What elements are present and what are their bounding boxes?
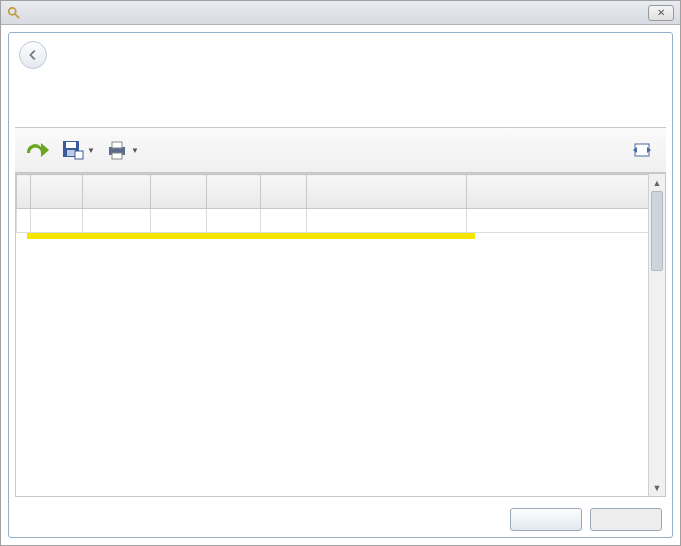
scroll-thumb[interactable] bbox=[651, 191, 663, 271]
svg-rect-3 bbox=[66, 142, 76, 148]
filter-icon bbox=[17, 209, 31, 233]
col-beden[interactable] bbox=[151, 175, 207, 209]
col-birim-cinsi[interactable] bbox=[261, 175, 307, 209]
scroll-down-button[interactable]: ▼ bbox=[649, 479, 665, 496]
fit-columns-button[interactable] bbox=[630, 137, 654, 163]
filter-miktar[interactable] bbox=[207, 209, 261, 233]
filter-birim[interactable] bbox=[261, 209, 307, 233]
toolbar: ▼ ▼ bbox=[15, 127, 666, 173]
scroll-track[interactable] bbox=[649, 191, 665, 479]
svg-rect-9 bbox=[635, 144, 649, 156]
header-row bbox=[17, 175, 656, 209]
svg-rect-5 bbox=[75, 151, 83, 159]
data-grid[interactable]: ▲ ▼ bbox=[15, 173, 666, 497]
svg-point-0 bbox=[9, 7, 16, 14]
filter-renk-aciklamasi[interactable] bbox=[83, 209, 151, 233]
kapat-button bbox=[590, 508, 662, 531]
title-bar: ✕ bbox=[1, 1, 680, 25]
filter-row[interactable] bbox=[17, 209, 656, 233]
filter-beden[interactable] bbox=[151, 209, 207, 233]
chevron-down-icon: ▼ bbox=[131, 146, 139, 155]
svg-line-1 bbox=[15, 13, 19, 17]
save-split-button[interactable]: ▼ bbox=[59, 135, 97, 165]
col-renk-aciklamasi[interactable] bbox=[83, 175, 151, 209]
scroll-up-button[interactable]: ▲ bbox=[649, 174, 665, 191]
app-icon bbox=[7, 6, 21, 20]
filter-renk-kodu[interactable] bbox=[31, 209, 83, 233]
col-renk-kodu[interactable] bbox=[31, 175, 83, 209]
svg-rect-7 bbox=[112, 142, 122, 148]
footer-buttons bbox=[510, 508, 662, 531]
col-barkod[interactable] bbox=[307, 175, 467, 209]
chevron-down-icon: ▼ bbox=[87, 146, 95, 155]
print-split-button[interactable]: ▼ bbox=[103, 135, 141, 165]
col-miktar[interactable] bbox=[207, 175, 261, 209]
highlight-box bbox=[27, 233, 475, 239]
svg-rect-4 bbox=[67, 150, 75, 156]
redo-button[interactable] bbox=[21, 135, 53, 165]
svg-rect-8 bbox=[112, 153, 122, 159]
back-button[interactable] bbox=[19, 41, 47, 69]
indicator-header[interactable] bbox=[17, 175, 31, 209]
filter-barkod[interactable] bbox=[307, 209, 467, 233]
bitir-button[interactable] bbox=[510, 508, 582, 531]
close-button[interactable]: ✕ bbox=[648, 5, 674, 21]
main-panel: ▼ ▼ bbox=[8, 32, 673, 538]
vertical-scrollbar[interactable]: ▲ ▼ bbox=[648, 174, 665, 496]
col-blank bbox=[467, 175, 656, 209]
